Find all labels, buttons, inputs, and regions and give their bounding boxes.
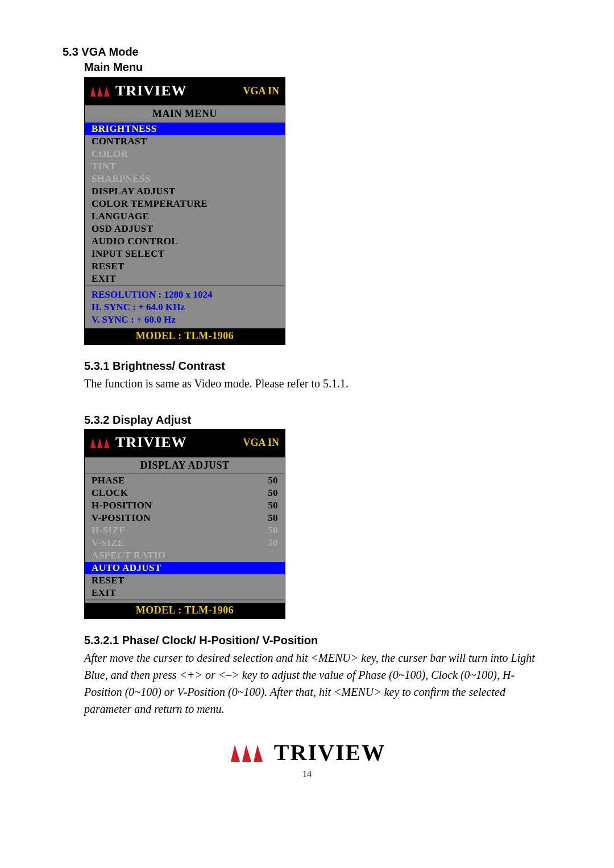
- osd-display-adjust: TRIVIEW VGA IN DISPLAY ADJUST PHASE50 CL…: [84, 429, 285, 619]
- osd-header: TRIVIEW VGA IN: [85, 429, 285, 457]
- menu-item-label: RESET: [92, 261, 125, 272]
- menu-item-reset[interactable]: RESET: [85, 260, 285, 273]
- input-source: VGA IN: [243, 85, 279, 97]
- menu-item-color: COLOR: [85, 148, 285, 160]
- adjust-item-clock[interactable]: CLOCK50: [85, 487, 285, 499]
- main-menu-heading: Main Menu: [84, 61, 551, 74]
- menu-item-label: AUDIO CONTROL: [92, 236, 178, 247]
- menu-item-label: EXIT: [92, 273, 116, 285]
- menu-item-label: EXIT: [92, 587, 116, 599]
- menu-item-label: OSD ADJUST: [92, 223, 153, 235]
- menu-item-exit[interactable]: EXIT: [85, 273, 285, 285]
- info-hsync: H. SYNC : + 64.0 KHz: [92, 301, 278, 314]
- menu-item-label: V-SIZE: [92, 537, 125, 549]
- menu-item-label: ASPECT RATIO: [92, 550, 165, 561]
- menu-item-language[interactable]: LANGUAGE: [85, 210, 285, 223]
- menu-item-value: 50: [268, 512, 278, 524]
- menu-item-label: AUTO ADJUST: [92, 562, 161, 574]
- page-footer-logo: TRIVIEW: [63, 739, 551, 766]
- adjust-item-aspect-ratio: ASPECT RATIO: [85, 549, 285, 562]
- triview-logo-icon: [229, 741, 268, 764]
- menu-item-label: BRIGHTNESS: [92, 123, 157, 135]
- section-5-3-2-1-heading: 5.3.2.1 Phase/ Clock/ H-Position/ V-Posi…: [84, 634, 551, 647]
- adjust-item-vsize: V-SIZE50: [85, 537, 285, 549]
- menu-item-label: LANGUAGE: [92, 211, 149, 222]
- menu-item-label: V-POSITION: [92, 512, 151, 524]
- menu-item-tint: TINT: [85, 160, 285, 173]
- info-resolution: RESOLUTION : 1280 x 1024: [92, 289, 278, 301]
- menu-item-input-select[interactable]: INPUT SELECT: [85, 248, 285, 260]
- adjust-item-phase[interactable]: PHASE50: [85, 474, 285, 487]
- info-vsync: V. SYNC : + 60.0 Hz: [92, 314, 278, 326]
- osd-title-main: MAIN MENU: [85, 105, 285, 123]
- menu-item-display-adjust[interactable]: DISPLAY ADJUST: [85, 185, 285, 198]
- osd-body-display-adjust: PHASE50 CLOCK50 H-POSITION50 V-POSITION5…: [85, 474, 285, 599]
- brand-text: TRIVIEW: [274, 739, 385, 766]
- menu-item-audio-control[interactable]: AUDIO CONTROL: [85, 235, 285, 248]
- section-5-3-heading: 5.3 VGA Mode: [63, 45, 551, 59]
- menu-item-label: SHARPNESS: [92, 173, 151, 185]
- osd-main-menu: TRIVIEW VGA IN MAIN MENU BRIGHTNESS CONT…: [84, 77, 285, 345]
- osd-footer-model: MODEL : TLM-1906: [85, 328, 285, 344]
- menu-item-osd-adjust[interactable]: OSD ADJUST: [85, 223, 285, 235]
- section-5-3-1-text: The function is same as Video mode. Plea…: [84, 375, 551, 392]
- osd-body-main: BRIGHTNESS CONTRAST COLOR TINT SHARPNESS…: [85, 123, 285, 285]
- page-number: 14: [63, 769, 551, 779]
- osd-info-block: RESOLUTION : 1280 x 1024 H. SYNC : + 64.…: [85, 285, 285, 328]
- brand-text: TRIVIEW: [115, 82, 186, 99]
- menu-item-sharpness: SHARPNESS: [85, 173, 285, 185]
- menu-item-brightness[interactable]: BRIGHTNESS: [85, 123, 285, 135]
- triview-logo-icon: [89, 436, 112, 449]
- menu-item-label: COLOR: [92, 148, 128, 160]
- brand-logo: TRIVIEW: [89, 82, 186, 99]
- section-5-3-1-heading: 5.3.1 Brightness/ Contrast: [84, 360, 551, 373]
- osd-header: TRIVIEW VGA IN: [85, 78, 285, 105]
- menu-item-label: CLOCK: [92, 487, 128, 499]
- adjust-item-exit[interactable]: EXIT: [85, 587, 285, 599]
- menu-item-value: 50: [268, 537, 278, 549]
- adjust-item-reset[interactable]: RESET: [85, 574, 285, 587]
- adjust-item-auto-adjust[interactable]: AUTO ADJUST: [85, 562, 285, 574]
- menu-item-color-temperature[interactable]: COLOR TEMPERATURE: [85, 198, 285, 210]
- osd-footer-model: MODEL : TLM-1906: [85, 603, 285, 619]
- menu-item-value: 50: [268, 525, 278, 536]
- menu-item-label: COLOR TEMPERATURE: [92, 198, 208, 210]
- menu-item-label: DISPLAY ADJUST: [92, 186, 175, 197]
- osd-title-display-adjust: DISPLAY ADJUST: [85, 457, 285, 474]
- brand-logo: TRIVIEW: [89, 434, 186, 451]
- menu-item-label: TINT: [92, 161, 116, 172]
- input-source: VGA IN: [243, 437, 279, 449]
- menu-item-value: 50: [268, 500, 278, 511]
- menu-item-label: RESET: [92, 575, 125, 586]
- adjust-item-hposition[interactable]: H-POSITION50: [85, 499, 285, 512]
- section-5-3-2-1-text: After move the curser to desired selecti…: [84, 649, 551, 717]
- menu-item-label: H-SIZE: [92, 525, 126, 536]
- menu-item-value: 50: [268, 487, 278, 499]
- menu-item-label: INPUT SELECT: [92, 248, 165, 260]
- adjust-item-vposition[interactable]: V-POSITION50: [85, 512, 285, 524]
- menu-item-label: CONTRAST: [92, 136, 147, 147]
- section-5-3-2-heading: 5.3.2 Display Adjust: [84, 414, 551, 427]
- triview-logo-icon: [89, 84, 112, 98]
- adjust-item-hsize: H-SIZE50: [85, 524, 285, 537]
- menu-item-label: PHASE: [92, 475, 125, 486]
- menu-item-contrast[interactable]: CONTRAST: [85, 135, 285, 148]
- menu-item-label: H-POSITION: [92, 500, 152, 511]
- menu-item-value: 50: [268, 475, 278, 486]
- brand-text: TRIVIEW: [115, 434, 186, 451]
